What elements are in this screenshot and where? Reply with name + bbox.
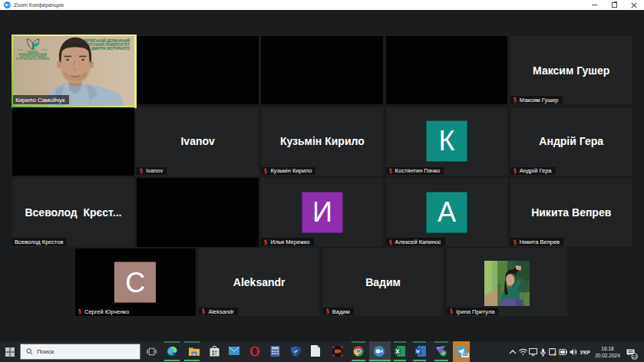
svg-text:ІМ. ПРОФЕСОРА Ф.Ю. ЯЛПАЧИКА: ІМ. ПРОФЕСОРА Ф.Ю. ЯЛПАЧИКА (16, 58, 49, 61)
svg-text:13: 13 (632, 354, 637, 358)
svg-text:ТАВРІЙСЬКИЙ ДЕРЖАВНИЙ: ТАВРІЙСЬКИЙ ДЕРЖАВНИЙ (81, 38, 130, 43)
